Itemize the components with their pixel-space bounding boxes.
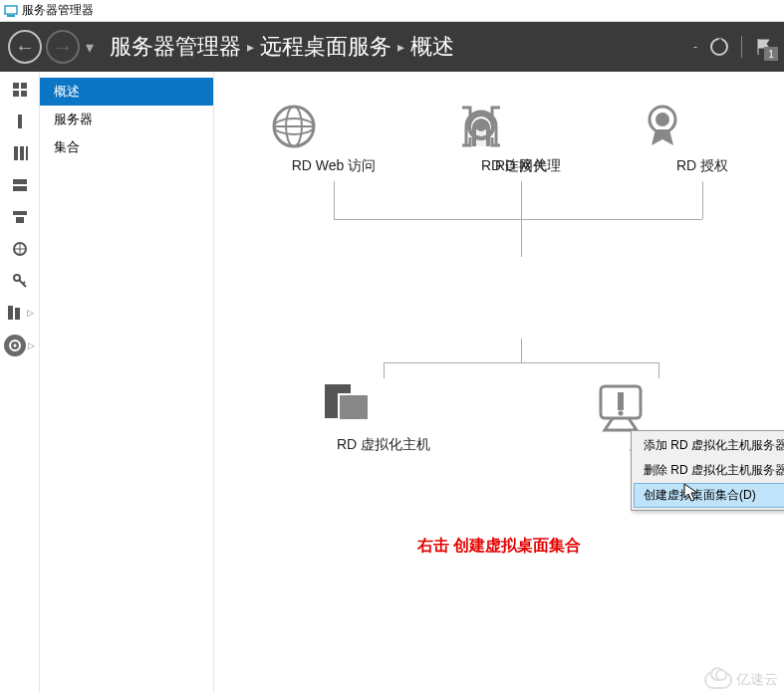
breadcrumb-page[interactable]: 概述 — [410, 32, 454, 62]
svg-rect-4 — [21, 83, 27, 89]
session-host-icon — [593, 380, 722, 436]
key-icon[interactable] — [10, 271, 30, 291]
node-rd-web[interactable]: RD Web 访问 — [269, 102, 398, 175]
connector-line — [384, 362, 385, 378]
arrow-right-icon: → — [53, 37, 73, 57]
svg-point-20 — [14, 345, 17, 347]
all-servers-icon[interactable] — [10, 143, 30, 163]
connector-line — [702, 181, 703, 219]
connector-line — [384, 362, 658, 363]
sidebar-item-overview[interactable]: 概述 — [40, 78, 213, 106]
breadcrumb-section[interactable]: 远程桌面服务 — [260, 32, 392, 62]
deployment-diagram: RD Web 访问 RD 网关 RD 授权 — [214, 102, 784, 659]
sidebar-item-collections[interactable]: 集合 — [40, 133, 213, 161]
rds-icon[interactable] — [4, 335, 26, 356]
node-label: RD 虚拟化主机 — [319, 436, 448, 454]
svg-point-27 — [655, 113, 669, 126]
svg-rect-6 — [21, 91, 27, 97]
menu-item-create-collection[interactable]: 创建虚拟桌面集合(D) — [634, 483, 784, 508]
breadcrumb: 服务器管理器 ▸ 远程桌面服务 ▸ 概述 — [110, 32, 454, 62]
arrow-left-icon: ← — [15, 37, 35, 57]
svg-rect-3 — [13, 83, 19, 89]
svg-rect-7 — [18, 115, 22, 128]
divider — [741, 36, 742, 58]
chevron-right-icon: ▸ — [247, 39, 254, 55]
servers-group-icon[interactable] — [5, 303, 25, 323]
node-rd-connection-broker[interactable]: RD 连接代理 — [456, 102, 586, 175]
window-title: 服务器管理器 — [22, 2, 94, 19]
svg-rect-18 — [15, 308, 20, 320]
header-toolbar: ← → ▾ 服务器管理器 ▸ 远程桌面服务 ▸ 概述 - 1 — [0, 22, 784, 72]
back-button[interactable]: ← — [8, 30, 42, 64]
node-rd-licensing[interactable]: RD 授权 — [638, 102, 767, 175]
connector-line — [334, 219, 702, 220]
svg-point-29 — [476, 121, 486, 131]
main-content: RD Web 访问 RD 网关 RD 授权 — [214, 72, 784, 693]
broker-icon — [456, 102, 586, 151]
vhost-icon — [319, 380, 448, 430]
chevron-right-icon: ▷ — [27, 308, 34, 318]
context-menu: 添加 RD 虚拟化主机服务器(V) 删除 RD 虚拟化主机服务器(U) 创建虚拟… — [631, 430, 784, 511]
refresh-button[interactable] — [707, 35, 731, 59]
notifications-button[interactable]: 1 — [752, 35, 776, 59]
connector-line — [521, 339, 522, 362]
svg-rect-9 — [20, 146, 24, 160]
dash-indicator: - — [693, 40, 697, 54]
refresh-icon — [708, 36, 730, 58]
menu-item-remove-vhost[interactable]: 删除 RD 虚拟化主机服务器(U) — [634, 458, 784, 483]
connector-line — [658, 362, 659, 378]
svg-rect-11 — [13, 179, 27, 184]
award-icon — [638, 102, 767, 151]
iis-icon[interactable] — [10, 239, 30, 259]
svg-rect-13 — [13, 211, 27, 215]
body: ▷ ▷ 概述 服务器 集合 RD Web 访问 RD 网关 — [0, 72, 784, 693]
titlebar: 服务器管理器 — [0, 0, 784, 22]
svg-rect-5 — [13, 91, 19, 97]
cursor-icon — [683, 483, 699, 503]
svg-rect-0 — [5, 6, 17, 14]
chevron-right-icon: ▸ — [397, 39, 404, 55]
node-rd-virtualization-host[interactable]: RD 虚拟化主机 — [319, 380, 448, 454]
breadcrumb-root[interactable]: 服务器管理器 — [110, 32, 241, 62]
app-icon — [4, 4, 18, 18]
svg-rect-10 — [26, 146, 28, 160]
svg-rect-12 — [13, 186, 27, 191]
svg-rect-14 — [16, 217, 24, 223]
nav-dropdown-indicator[interactable]: ▾ — [86, 38, 94, 57]
svg-rect-1 — [7, 15, 15, 17]
notifications-count: 1 — [764, 47, 778, 61]
connector-line — [521, 219, 522, 257]
menu-item-add-vhost[interactable]: 添加 RD 虚拟化主机服务器(V) — [634, 433, 784, 458]
sidebar: 概述 服务器 集合 — [40, 72, 214, 693]
watermark-text: 亿速云 — [736, 671, 778, 689]
sidebar-item-servers[interactable]: 服务器 — [40, 106, 213, 133]
instruction-text: 右击 创建虚拟桌面集合 — [214, 536, 784, 557]
icon-rail: ▷ ▷ — [0, 72, 40, 693]
watermark: 亿速云 — [704, 671, 778, 689]
globe-icon — [269, 102, 398, 151]
node-label: RD 连接代理 — [456, 157, 586, 175]
node-label: RD 授权 — [638, 157, 767, 175]
chevron-right-icon: ▷ — [28, 341, 35, 350]
connector-line — [334, 181, 335, 219]
role-icon-2[interactable] — [10, 207, 30, 227]
dashboard-icon[interactable] — [10, 80, 30, 100]
svg-rect-31 — [339, 394, 369, 420]
forward-button[interactable]: → — [46, 30, 80, 64]
cloud-icon — [704, 671, 732, 689]
svg-rect-8 — [14, 146, 18, 160]
svg-rect-33 — [618, 392, 624, 410]
local-server-icon[interactable] — [10, 112, 30, 131]
svg-point-2 — [711, 39, 727, 55]
role-icon-1[interactable] — [10, 175, 30, 195]
svg-point-34 — [619, 411, 624, 416]
node-label: RD Web 访问 — [269, 157, 398, 175]
connector-line — [521, 181, 522, 219]
svg-rect-17 — [8, 306, 13, 320]
